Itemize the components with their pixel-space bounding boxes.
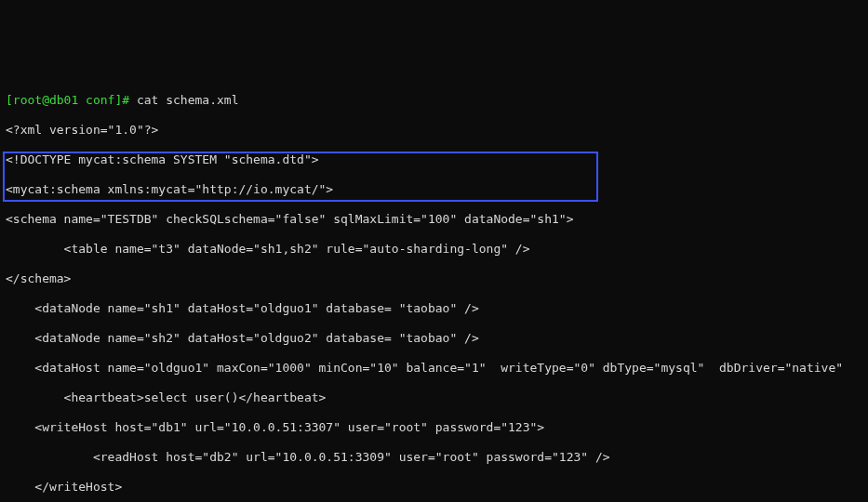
output-line: <writeHost host="db1" url="10.0.0.51:330… <box>6 420 862 435</box>
output-line: <mycat:schema xmlns:mycat="http://io.myc… <box>6 182 862 197</box>
output-line: <!DOCTYPE mycat:schema SYSTEM "schema.dt… <box>6 152 862 167</box>
output-line: <heartbeat>select user()</heartbeat> <box>6 390 862 405</box>
prompt-line: [root@db01 conf]# cat schema.xml <box>6 93 862 108</box>
output-line: <schema name="TESTDB" checkSQLschema="fa… <box>6 212 862 227</box>
prompt: [root@db01 conf]# <box>6 93 137 107</box>
output-line: <table name="t3" dataNode="sh1,sh2" rule… <box>6 242 862 257</box>
terminal[interactable]: [root@db01 conf]# cat schema.xml <?xml v… <box>0 74 868 502</box>
output-line: </writeHost> <box>6 480 862 495</box>
output-line: <dataNode name="sh2" dataHost="oldguo2" … <box>6 331 862 346</box>
output-line: <readHost host="db2" url="10.0.0.51:3309… <box>6 450 862 465</box>
output-line: <dataNode name="sh1" dataHost="oldguo1" … <box>6 301 862 316</box>
output-line: </schema> <box>6 271 862 286</box>
output-line: <dataHost name="oldguo1" maxCon="1000" m… <box>6 361 862 376</box>
command: cat schema.xml <box>137 93 239 107</box>
output-line: <?xml version="1.0"?> <box>6 123 862 138</box>
